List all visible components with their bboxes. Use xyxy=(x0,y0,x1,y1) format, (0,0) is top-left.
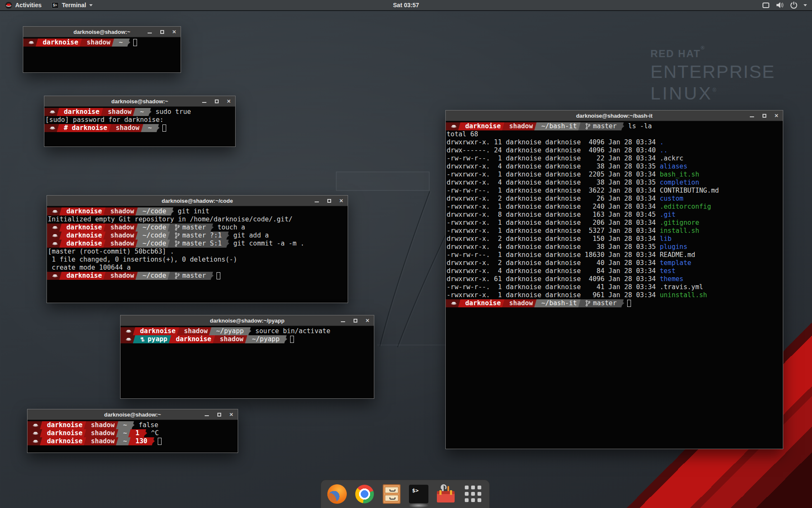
close-button[interactable]: × xyxy=(365,318,370,323)
dock-item-app-grid[interactable] xyxy=(462,483,484,505)
dock: $> xyxy=(321,480,490,508)
terminal-text: drwxrwxr-x. 61 darknoise darknoise 4096 … xyxy=(447,275,660,283)
python-icon xyxy=(140,337,145,342)
window-buttons: × xyxy=(749,110,779,121)
terminal-line: darknoiseshadow~/codemaster S:1 git comm… xyxy=(48,240,348,248)
terminal-text: -rwxrwxr-x. 1 darknoise darknoise 5327 J… xyxy=(447,227,660,235)
prompt-segment-user: darknoise xyxy=(43,437,87,445)
terminal-line: darknoiseshadow~1 ^C xyxy=(28,429,238,437)
app-grid-icon xyxy=(465,486,482,502)
close-button[interactable]: × xyxy=(774,113,779,118)
window-title: darknoise@shadow:~ xyxy=(111,98,168,105)
terminal-line: [master (root-commit) 50bcb63] . xyxy=(48,248,348,256)
dock-item-chrome[interactable] xyxy=(354,483,376,505)
terminal-line: darknoiseshadow~/codemaster xyxy=(48,272,348,280)
terminal-text: bash_it.sh xyxy=(660,171,699,179)
minimize-button[interactable] xyxy=(749,113,754,118)
terminal-window: darknoise@shadow:~/bash-it×darknoiseshad… xyxy=(445,110,783,449)
terminal-text: [sudo] password for darknoise: xyxy=(45,116,164,124)
clock[interactable]: Sat 03:57 xyxy=(393,2,419,8)
terminal-window: darknoise@shadow:~/pyapp×darknoiseshadow… xyxy=(120,315,374,399)
terminal-line: -rwxrwxr-x. 1 darknoise darknoise 5327 J… xyxy=(447,227,783,235)
maximize-button[interactable] xyxy=(159,29,165,34)
terminal-content[interactable]: darknoiseshadow~ sudo true[sudo] passwor… xyxy=(44,107,235,146)
terminal-content[interactable]: darknoiseshadow~ falsedarknoiseshadow~1 … xyxy=(27,420,238,453)
prompt-arrow xyxy=(209,272,214,279)
maximize-button[interactable] xyxy=(217,412,222,417)
terminal-line: -rwxrwxr-x. 1 darknoise darknoise 240 Ja… xyxy=(447,203,783,211)
terminal-window: darknoise@shadow:~/code×darknoiseshadow~… xyxy=(47,195,348,303)
terminal-line: drwxrwxr-x. 2 darknoise darknoise 26 Jan… xyxy=(447,195,783,203)
minimize-button[interactable] xyxy=(314,198,319,203)
prompt-segment-git: master xyxy=(170,272,210,280)
terminal-text: install.sh xyxy=(660,227,699,235)
prompt-segment-user: darknoise xyxy=(136,327,180,335)
terminal-cursor xyxy=(627,300,631,307)
terminal-text: Initialized empty Git repository in /hom… xyxy=(48,215,293,224)
close-button[interactable]: × xyxy=(226,99,231,104)
window-buttons: × xyxy=(204,409,234,420)
terminal-text: completion xyxy=(660,179,699,187)
prompt-segment-user: darknoise xyxy=(38,39,82,47)
terminal-line: Initialized empty Git repository in /hom… xyxy=(48,215,348,224)
minimize-button[interactable] xyxy=(204,412,209,417)
prompt-segment-host: shadow xyxy=(106,232,138,240)
terminal-line: drwxrwxr-x. 4 darknoise darknoise 84 Jan… xyxy=(447,267,783,275)
window-titlebar[interactable]: darknoise@shadow:~/code× xyxy=(47,196,348,206)
terminal-content[interactable]: darknoiseshadow~/bash-itmaster ls -latot… xyxy=(446,121,783,449)
terminal-text: drwxrwxr-x. 11 darknoise darknoise 4096 … xyxy=(447,138,660,146)
terminal-content[interactable]: darknoiseshadow~ xyxy=(23,38,181,72)
maximize-button[interactable] xyxy=(353,318,358,323)
terminal-content[interactable]: darknoiseshadow~/code git initInitialize… xyxy=(47,207,348,303)
minimize-button[interactable] xyxy=(147,29,152,34)
toolbox-icon xyxy=(436,485,455,503)
window-buttons: × xyxy=(314,196,344,206)
window-titlebar[interactable]: darknoise@shadow:~× xyxy=(27,409,238,420)
redhat-prompt-icon xyxy=(33,439,38,444)
terminal-text: . xyxy=(660,138,664,146)
terminal-line: darknoiseshadow~/codemaster ?:1 git add … xyxy=(48,232,348,240)
prompt-arrow xyxy=(247,327,251,335)
firefox-icon xyxy=(327,484,347,504)
activities-button[interactable]: Activities xyxy=(0,0,47,10)
dock-item-terminal[interactable]: $> xyxy=(408,483,430,505)
minimize-button[interactable] xyxy=(340,318,346,323)
terminal-mini-icon: $> xyxy=(52,2,59,8)
app-menu-terminal[interactable]: $> Terminal xyxy=(47,0,97,10)
prompt-segment-path: ~ xyxy=(136,108,148,116)
terminal-content[interactable]: darknoiseshadow~/pyapp source bin/activa… xyxy=(121,326,374,398)
minimize-button[interactable] xyxy=(202,99,207,104)
redhat-prompt-icon xyxy=(52,273,58,279)
prompt-segment-host: shadow xyxy=(505,122,537,130)
close-button[interactable]: × xyxy=(229,412,234,417)
dock-item-toolbox[interactable] xyxy=(435,483,457,505)
redhat-prompt-icon xyxy=(52,209,58,214)
window-titlebar[interactable]: darknoise@shadow:~× xyxy=(44,96,235,107)
dock-item-firefox[interactable] xyxy=(326,483,348,505)
terminal-line: -rw-rw-r--. 1 darknoise darknoise 18630 … xyxy=(447,251,783,259)
prompt-segment-host: shadow xyxy=(106,272,138,280)
window-titlebar[interactable]: darknoise@shadow:~/bash-it× xyxy=(446,110,783,121)
terminal-window: darknoise@shadow:~×darknoiseshadow~ sudo… xyxy=(44,96,236,147)
redhat-prompt-icon xyxy=(126,329,132,334)
prompt-segment-host: shadow xyxy=(112,124,144,132)
window-buttons: × xyxy=(340,315,370,326)
redhat-prompt-icon xyxy=(52,225,58,230)
window-titlebar[interactable]: darknoise@shadow:~/pyapp× xyxy=(121,315,374,326)
maximize-button[interactable] xyxy=(326,198,332,203)
maximize-button[interactable] xyxy=(214,99,219,104)
terminal-cursor xyxy=(158,438,162,445)
window-titlebar[interactable]: darknoise@shadow:~× xyxy=(23,27,181,37)
terminal-line: darknoiseshadow~ false xyxy=(28,421,238,429)
terminal-text: drwxrwxr-x. 2 darknoise darknoise 40 Jan… xyxy=(447,259,660,267)
dock-item-files[interactable] xyxy=(381,483,403,505)
system-status-area[interactable] xyxy=(760,0,809,10)
terminal-line: darknoiseshadow~/bash-itmaster xyxy=(447,299,783,307)
terminal-text: CONTRIBUTING.md xyxy=(660,187,719,195)
prompt-arrow xyxy=(620,122,624,130)
window-buttons: × xyxy=(147,27,177,37)
prompt-segment-path: ~/code xyxy=(138,207,170,215)
close-button[interactable]: × xyxy=(172,29,177,34)
close-button[interactable]: × xyxy=(339,198,344,203)
maximize-button[interactable] xyxy=(762,113,767,118)
